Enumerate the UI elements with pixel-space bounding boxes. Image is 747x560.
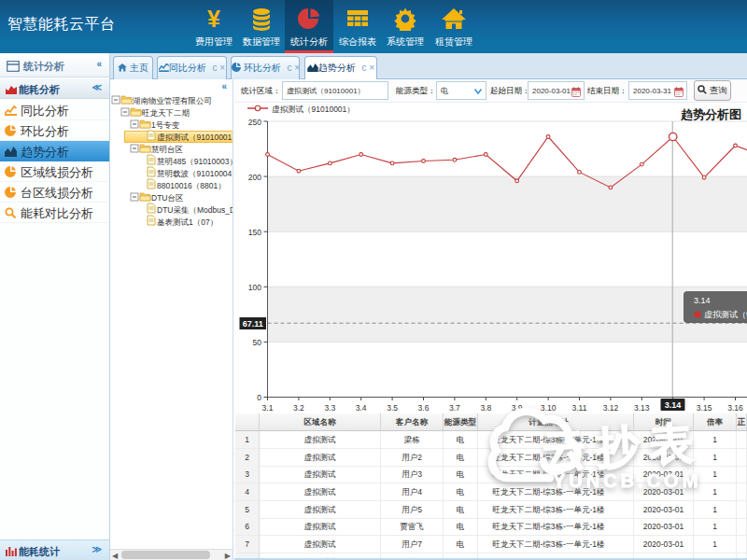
- svg-text:150: 150: [248, 228, 261, 237]
- svg-text:虚拟测试（91010001）: 虚拟测试（91010001）: [272, 105, 355, 114]
- svg-text:3.11: 3.11: [572, 403, 587, 413]
- svg-text:200: 200: [248, 173, 261, 182]
- svg-text:3.5: 3.5: [387, 403, 398, 413]
- svg-text:67.11: 67.11: [243, 319, 263, 329]
- svg-text:250: 250: [248, 118, 261, 127]
- svg-text:虚拟测试（91: 虚拟测试（91: [704, 310, 747, 319]
- svg-text:3.14: 3.14: [694, 296, 711, 305]
- svg-text:3.10: 3.10: [541, 403, 557, 413]
- svg-text:100: 100: [248, 283, 261, 292]
- svg-text:3.2: 3.2: [293, 403, 304, 413]
- svg-text:3.13: 3.13: [634, 403, 650, 413]
- svg-text:50: 50: [253, 338, 262, 347]
- svg-text:3.16: 3.16: [727, 403, 743, 413]
- svg-text:3.3: 3.3: [324, 403, 335, 413]
- svg-text:3.1: 3.1: [262, 403, 274, 413]
- svg-text:3.4: 3.4: [356, 403, 367, 413]
- svg-text:3.15: 3.15: [697, 403, 712, 413]
- svg-text:3.14: 3.14: [665, 400, 682, 410]
- svg-text:3.9: 3.9: [512, 403, 523, 413]
- svg-text:0: 0: [257, 393, 261, 402]
- svg-text:3.12: 3.12: [603, 403, 619, 413]
- svg-text:3.8: 3.8: [480, 403, 491, 413]
- svg-text:趋势分析图: 趋势分析图: [680, 107, 741, 121]
- svg-text:3.7: 3.7: [449, 403, 460, 413]
- svg-text:3.6: 3.6: [418, 403, 430, 413]
